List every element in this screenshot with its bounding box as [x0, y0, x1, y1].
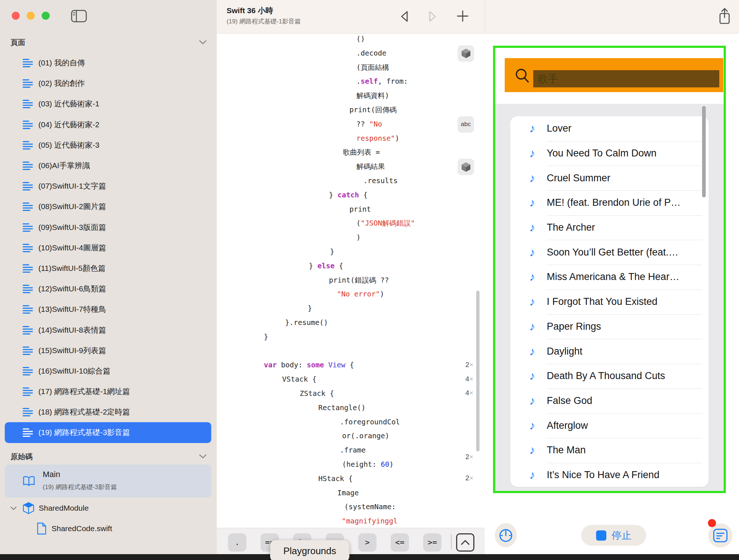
song-list-item[interactable]: ♪The Archer	[510, 215, 709, 240]
sidebar-item-page-1[interactable]: (01) 我的自傳	[0, 53, 217, 73]
key-button->=[interactable]: >=	[423, 533, 441, 552]
code-editor[interactable]: ().decode(頁面結構.self, from:解碼資料)print(回傳碼…	[217, 34, 485, 528]
key-button-.[interactable]: .	[228, 533, 246, 552]
main-item-title: Main	[43, 470, 60, 479]
song-list-item[interactable]: ♪The Man	[510, 438, 709, 463]
sidebar-item-page-4[interactable]: (04) 近代藝術家-2	[0, 114, 217, 135]
forward-button[interactable]	[426, 10, 439, 25]
music-note-icon: ♪	[529, 171, 547, 185]
window-minimize-button[interactable]	[27, 12, 35, 20]
code-line: var body: some View {	[264, 358, 354, 372]
sidebar: 頁面 (01) 我的自傳(02) 我的創作(03) 近代藝術家-1(04) 近代…	[0, 0, 217, 554]
code-line: "No error")	[337, 287, 384, 302]
sidebar-item-page-2[interactable]: (02) 我的創作	[0, 73, 217, 94]
console-icon	[712, 527, 729, 544]
sidebar-item-page-3[interactable]: (03) 近代藝術家-1	[0, 94, 217, 114]
sidebar-item-label: (12)SwiftUI-6鳥類篇	[38, 284, 106, 294]
sidebar-item-page-17[interactable]: (17) 網路程式基礎-1網址篇	[0, 381, 217, 402]
gauge-icon	[498, 527, 514, 543]
code-line: ("JSON解碼錯誤"	[356, 216, 415, 231]
song-list-item[interactable]: ♪Paper Rings	[510, 314, 709, 339]
back-button[interactable]	[398, 10, 411, 25]
song-list-item[interactable]: ♪ME! (feat. Brendon Urie of P…	[510, 190, 709, 215]
code-scrollbar[interactable]	[476, 291, 480, 451]
text-lines-icon	[23, 387, 34, 396]
code-line: print(錯誤碼 ??	[329, 273, 389, 288]
song-title: ME! (feat. Brendon Urie of P…	[547, 197, 681, 208]
run-count-badge[interactable]: 2×	[454, 453, 473, 461]
sidebar-item-page-13[interactable]: (13)SwiftUI-7特種鳥	[0, 299, 217, 319]
sidebar-item-page-9[interactable]: (09)SwiftUI-3版面篇	[0, 217, 217, 238]
song-list-item[interactable]: ♪Soon You’ll Get Better (feat.…	[510, 240, 709, 265]
window-zoom-button[interactable]	[42, 12, 50, 20]
sidebar-item-label: (11)SwiftUI-5顏色篇	[38, 263, 106, 273]
song-list-item[interactable]: ♪False God	[510, 389, 709, 413]
sidebar-item-page-18[interactable]: (18) 網路程式基礎-2定時篇	[0, 402, 217, 422]
add-page-button[interactable]	[456, 9, 469, 25]
song-list-item[interactable]: ♪Afterglow	[510, 413, 709, 438]
result-text-chip[interactable]: abc	[458, 116, 474, 133]
result-cube-chip[interactable]	[458, 159, 474, 175]
run-count-badge[interactable]: 2×	[454, 361, 473, 369]
result-cube-chip[interactable]	[458, 45, 474, 62]
song-title: You Need To Calm Down	[547, 148, 656, 159]
run-count-badge[interactable]: 4×	[454, 375, 473, 383]
code-line: Image	[337, 486, 359, 500]
sidebar-item-label: (04) 近代藝術家-2	[38, 120, 99, 130]
sidebar-item-main[interactable]: Main (19) 網路程式基礎-3影音篇	[5, 465, 211, 497]
music-note-icon: ♪	[529, 394, 547, 408]
song-list-item[interactable]: ♪Death By A Thousand Cuts	[510, 364, 709, 389]
run-count-badge[interactable]: 2×	[454, 474, 473, 482]
sidebar-item-label: (14)SwiftUI-8表情篇	[38, 325, 106, 335]
sidebar-item-sharedmodule[interactable]: SharedModule	[0, 498, 217, 518]
music-note-icon: ♪	[529, 468, 547, 482]
code-line: }.resume()	[285, 316, 328, 330]
song-list-item[interactable]: ♪Daylight	[510, 339, 709, 364]
music-note-icon: ♪	[529, 345, 547, 358]
code-line: .results	[363, 174, 398, 188]
song-list-item[interactable]: ♪It’s Nice To Have A Friend	[510, 463, 709, 487]
sidebar-item-page-7[interactable]: (07)SwiftUI-1文字篇	[0, 176, 217, 196]
playgrounds-window: 頁面 (01) 我的自傳(02) 我的創作(03) 近代藝術家-1(04) 近代…	[0, 0, 739, 560]
music-note-icon: ♪	[529, 196, 547, 209]
performance-gauge-button[interactable]	[495, 523, 517, 547]
sidebar-item-page-6[interactable]: (06)AI手掌辨識	[0, 155, 217, 176]
stop-button[interactable]: 停止	[581, 525, 646, 546]
share-icon[interactable]	[717, 7, 732, 27]
expand-keyboard-button[interactable]	[456, 533, 474, 552]
file-icon	[37, 522, 47, 535]
sidebar-item-page-16[interactable]: (16)SwiftUI-10綜合篇	[0, 361, 217, 381]
song-list-item[interactable]: ♪Cruel Summer	[510, 166, 709, 190]
run-count-badge[interactable]: 4×	[454, 389, 473, 397]
chevron-down-icon[interactable]	[10, 506, 17, 510]
search-input[interactable]	[533, 70, 719, 87]
preview-scrollbar[interactable]	[702, 106, 706, 197]
sidebar-item-page-19[interactable]: (19) 網路程式基礎-3影音篇	[5, 422, 211, 443]
music-note-icon: ♪	[529, 320, 547, 333]
song-list-item[interactable]: ♪I Forgot That You Existed	[510, 290, 709, 314]
song-list-item[interactable]: ♪Miss Americana & The Hear…	[510, 265, 709, 290]
sidebar-item-page-10[interactable]: (10)SwiftUI-4圖層篇	[0, 238, 217, 258]
chevron-down-icon[interactable]	[199, 454, 207, 460]
sidebar-item-page-15[interactable]: (15)SwiftUI-9列表篇	[0, 340, 217, 361]
key-button-<=[interactable]: <=	[391, 533, 409, 552]
sidebar-item-page-8[interactable]: (08)SwiftUI-2圖片篇	[0, 196, 217, 217]
sidebar-item-page-12[interactable]: (12)SwiftUI-6鳥類篇	[0, 279, 217, 299]
sidebar-item-page-5[interactable]: (05) 近代藝術家-3	[0, 135, 217, 155]
text-lines-icon	[23, 304, 34, 314]
sidebar-item-label: (08)SwiftUI-2圖片篇	[38, 201, 106, 212]
song-title: Paper Rings	[547, 321, 601, 332]
code-line: response")	[356, 132, 399, 146]
key-button->[interactable]: >	[358, 533, 376, 552]
code-line: HStack {	[318, 472, 353, 486]
sidebar-item-label: (10)SwiftUI-4圖層篇	[38, 243, 106, 253]
song-list-item[interactable]: ♪You Need To Calm Down	[510, 141, 709, 166]
sidebar-item-sharedcode[interactable]: SharedCode.swift	[0, 518, 217, 539]
window-close-button[interactable]	[12, 12, 20, 20]
notification-dot	[708, 519, 716, 527]
chevron-down-icon[interactable]	[199, 39, 207, 46]
sidebar-item-page-11[interactable]: (11)SwiftUI-5顏色篇	[0, 258, 217, 279]
sidebar-toggle-icon[interactable]	[71, 10, 87, 24]
sidebar-item-page-14[interactable]: (14)SwiftUI-8表情篇	[0, 319, 217, 340]
song-list-item[interactable]: ♪Lover	[510, 116, 709, 141]
